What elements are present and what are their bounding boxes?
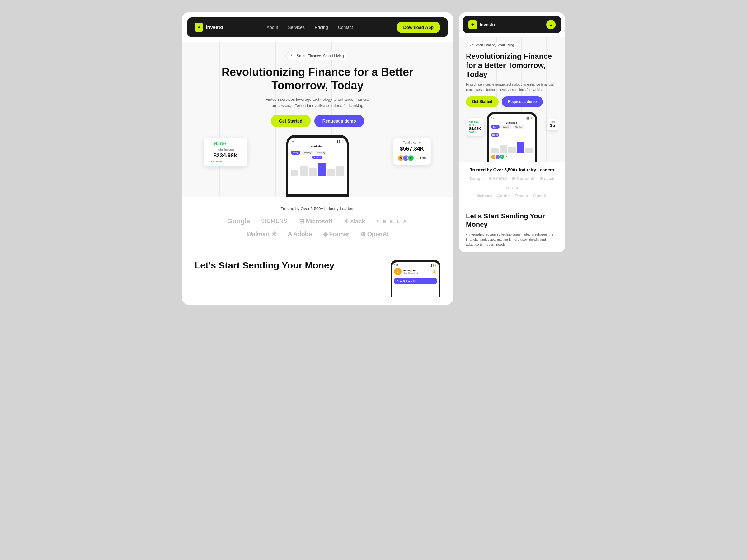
right-badge-text: Smart Finance, Smart Living (475, 44, 514, 47)
right-logo-siemens: SIEMENS (489, 176, 507, 181)
right-float-right: Total $5 (547, 118, 558, 130)
count-value: 12k+ (419, 157, 427, 160)
logo-google: Google (227, 217, 250, 225)
logo-tesla: T E S L A (376, 219, 408, 224)
phone-tabs: Daily Weekly Monthly (291, 151, 344, 155)
bar-5 (327, 169, 335, 176)
avatars-group: S J K ♥ 12k+ (397, 155, 427, 161)
right-total-amount: $5 (550, 123, 555, 128)
right-hero-buttons: Get Started Request a demo (466, 97, 558, 107)
heart-count: ♥ 12k+ (417, 157, 427, 160)
right-bar-4 (517, 142, 524, 153)
right-logo[interactable]: ✦ Investo (468, 20, 495, 29)
right-logo-walmart: Walmart (476, 193, 492, 198)
right-percent: 347.23% (469, 121, 481, 124)
bar-3 (309, 168, 317, 176)
float-card-income: ↑ 347.23% Total Income $234.98K ↑ 234.45… (204, 138, 248, 166)
right-price-tag: $3,24.00 (491, 133, 499, 137)
right-total-label: Total (550, 121, 555, 123)
nav-contact[interactable]: Contact (338, 25, 353, 30)
logo-openai: ⊕ OpenAI (360, 230, 388, 238)
trusted-title: Trusted by Over 5,500+ Industry Leaders (195, 206, 440, 211)
nav-pricing[interactable]: Pricing (315, 25, 328, 30)
right-tab-weekly[interactable]: Weekly (501, 125, 512, 129)
right-phone-tabs: Daily Weekly Monthly (491, 125, 533, 129)
right-hero-subtitle: Fintech services leverage technology to … (466, 82, 558, 92)
phone-time: 9:41 (291, 140, 296, 143)
trusted-section: Trusted by Over 5,500+ Industry Leaders … (182, 197, 453, 252)
right-logos-row-1: Google SIEMENS ⊞ Microsoft ✳ slack TESLA (466, 176, 558, 190)
left-panel: ✦ Investo About Services Pricing Contact… (182, 12, 453, 304)
heart-icon: ♥ (417, 157, 419, 160)
right-logo-icon: ✦ (468, 20, 477, 29)
right-request-demo[interactable]: Request a demo (502, 97, 543, 107)
request-demo-button[interactable]: Request a demo (314, 115, 364, 127)
logos-row-2: Walmart ✳ A Adobe ◈ Framer ⊕ OpenAI (195, 230, 440, 238)
tab-daily[interactable]: Daily (291, 151, 300, 155)
nav-services[interactable]: Services (288, 25, 305, 30)
greeting-name: Hi, Sajibur (403, 269, 418, 272)
bar-4 (318, 163, 326, 176)
right-logos-row-2: Walmart Adobe Framer OpenAI (466, 193, 558, 198)
avatars: S J K ♥ 12k+ (397, 155, 427, 161)
right-logo-adobe: Adobe (497, 193, 510, 198)
right-phone-mockup: 9:41 ▌▌🔋 ‹ Statistics ··· Daily Weekly M… (487, 112, 537, 162)
logo[interactable]: ✦ Investo (195, 23, 223, 32)
right-status-bar: 9:41 ▌▌🔋 (491, 117, 533, 119)
right-income-amount: $4.98K (469, 127, 481, 131)
logos-row-1: Google SIEMENS ⊞ Microsoft ✳ slack T E S… (195, 217, 440, 225)
right-phone-screen: 9:41 ▌▌🔋 ‹ Statistics ··· Daily Weekly M… (489, 114, 535, 162)
get-started-button[interactable]: Get Started (271, 115, 310, 127)
right-income-label: come ⓘ (469, 124, 481, 127)
right-bar-2 (499, 145, 507, 153)
bottom-status: 9:41 ▌▌🔋 (394, 264, 437, 267)
logo-siemens: SIEMENS (261, 218, 288, 224)
right-heart: ♥ 1 (506, 156, 509, 158)
right-phone-time: 9:41 (491, 117, 496, 119)
right-logo-text: Investo (480, 22, 495, 27)
bottom-section: Let's Start Sending Your Money 9:41 ▌▌🔋 … (182, 252, 453, 304)
right-bar-5 (525, 148, 533, 153)
nav-links: About Services Pricing Contact (267, 25, 353, 30)
right-navbar: ✦ Investo ≡ (463, 16, 561, 33)
greeting-sub: Good Morning! (403, 272, 418, 274)
phone-stats-title: Statistics (311, 145, 323, 148)
tab-weekly[interactable]: Weekly (302, 151, 313, 155)
phone-mockup: 9:41 ▌▌ 🔋 ‹ Statistics ··· Daily Weekly … (286, 135, 349, 197)
hero-title: Revolutionizing Finance for a Better Tom… (195, 65, 440, 92)
hero-badge: 🛡 Smart Finance, Smart Living (286, 52, 348, 60)
right-hero-title: Revolutionizing Finance for a Better Tom… (466, 52, 558, 79)
bar-2 (300, 166, 308, 176)
navbar: ✦ Investo About Services Pricing Contact… (187, 18, 448, 37)
phone-screen: 9:41 ▌▌ 🔋 ‹ Statistics ··· Daily Weekly … (288, 138, 347, 194)
right-bar-1 (491, 149, 499, 153)
right-shield-icon: 🛡 (470, 44, 473, 47)
float-card-income-right: Total Income $567.34K S J K ♥ 12k+ (393, 138, 431, 165)
price-tag: $3,24.00 (312, 156, 323, 159)
right-bar-area (491, 137, 533, 153)
bottom-phone: 9:41 ▌▌🔋 S Hi, Sajibur Good Morning! 🔔 T… (391, 260, 440, 297)
download-app-button[interactable]: Download App (396, 22, 440, 33)
right-tab-daily[interactable]: Daily (491, 125, 499, 129)
phone-bar-area (291, 157, 344, 176)
logo-slack: ✳ slack (344, 217, 365, 225)
right-bottom-title: Let's Start Sending Your Money (466, 212, 558, 229)
logo-walmart: Walmart ✳ (247, 230, 276, 238)
card-right-label: Total Income (397, 141, 427, 144)
right-logo-microsoft: ⊞ Microsoft (512, 176, 535, 181)
nav-about[interactable]: About (267, 25, 278, 30)
bottom-signal: ▌▌🔋 (431, 264, 437, 267)
right-bar-3 (508, 147, 516, 153)
tab-monthly[interactable]: Monthly (315, 151, 328, 155)
balance-label: Total Balance ⓘ (394, 278, 437, 284)
right-get-started[interactable]: Get Started (466, 97, 499, 107)
greeting-avatar: S (394, 268, 402, 275)
phone-area: ↑ 347.23% Total Income $234.98K ↑ 234.45… (195, 135, 440, 197)
phone-status-bar: 9:41 ▌▌ 🔋 (291, 140, 344, 143)
right-tab-monthly[interactable]: Monthly (513, 125, 524, 129)
greeting-info: Hi, Sajibur Good Morning! (403, 269, 418, 274)
right-trusted-section: Trusted by Over 5,500+ Industry Leaders … (459, 162, 565, 207)
right-logo-openai: OpenAI (534, 193, 548, 198)
menu-button[interactable]: ≡ (546, 20, 556, 29)
bottom-greeting: S Hi, Sajibur Good Morning! 🔔 (394, 268, 437, 275)
